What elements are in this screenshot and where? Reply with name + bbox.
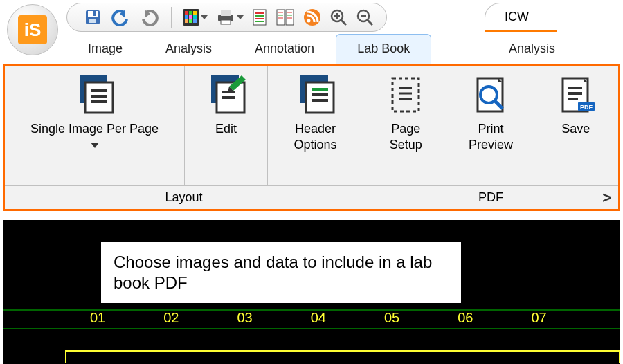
svg-rect-18 [221,20,231,24]
button-label: Page Setup [390,121,422,152]
document-icon[interactable] [252,8,267,26]
lane-label: 07 [532,310,547,326]
save-pdf-button[interactable]: PDF Save [533,66,618,185]
group-label-pdf: PDF > [363,185,618,209]
header-options-button[interactable]: Header Options [268,66,363,185]
single-image-per-page-button[interactable]: Single Image Per Page [5,66,185,185]
svg-point-33 [307,19,311,23]
svg-rect-8 [189,11,192,15]
button-label: Single Image Per Page [30,121,159,137]
zoom-out-icon[interactable] [356,8,374,26]
svg-line-35 [341,20,346,25]
tab-lab-book[interactable]: Lab Book [336,34,431,64]
tab-image[interactable]: Image [66,34,144,64]
svg-rect-14 [189,19,192,23]
svg-rect-15 [193,19,197,23]
selection-bracket [65,350,620,363]
chevron-down-icon [91,143,99,148]
lane-label: 03 [237,310,253,326]
group-label-layout: Layout [5,185,363,209]
title-label: ICW [505,10,529,24]
button-label: Header Options [294,121,336,152]
svg-rect-12 [193,15,197,19]
lane-label: 05 [384,310,399,326]
button-label: Print Preview [469,121,513,152]
svg-line-39 [368,20,372,25]
svg-rect-17 [221,10,231,16]
svg-rect-24 [277,10,285,25]
app-logo: iS [18,15,47,44]
svg-rect-11 [189,15,192,19]
separator [171,7,172,28]
ribbon-tabs: Image Analysis Annotation Lab Book [66,33,431,64]
lane-label: 04 [311,310,326,326]
svg-rect-7 [185,11,188,15]
color-grid-icon[interactable] [183,9,208,26]
app-menu-button[interactable]: iS [7,4,58,55]
quick-access-toolbar [66,3,387,32]
save-icon[interactable] [84,8,102,26]
print-preview-button[interactable]: Print Preview [449,66,534,185]
redo-icon[interactable] [139,8,160,26]
print-icon[interactable] [216,9,244,26]
svg-rect-13 [185,19,188,23]
title-tab[interactable]: ICW [485,3,557,32]
button-label: Edit [215,121,237,137]
svg-text:PDF: PDF [580,104,593,111]
svg-rect-1 [88,11,98,17]
chevron-down-icon [201,15,208,19]
svg-rect-19 [253,10,266,25]
svg-rect-10 [185,15,188,19]
lane-labels: 01 02 03 04 05 06 07 [0,310,623,326]
svg-rect-57 [392,78,419,111]
svg-rect-53 [306,82,334,113]
lane-label: 02 [163,310,179,326]
multi-document-icon[interactable] [276,8,295,26]
edit-button[interactable]: Edit [185,66,268,185]
tab-analysis[interactable]: Analysis [144,34,233,64]
track-line [3,328,620,329]
svg-rect-25 [286,10,294,25]
ribbon-highlight: Single Image Per Page Edit Header Option… [3,64,620,211]
rss-icon[interactable] [303,8,321,26]
lane-label: 06 [458,310,473,326]
page-setup-button[interactable]: Page Setup [363,66,449,185]
zoom-in-icon[interactable] [329,8,347,26]
tab-analysis-contextual[interactable]: Analysis [485,34,579,64]
group-launcher-icon[interactable]: > [602,189,611,207]
svg-rect-3 [93,11,96,16]
svg-rect-2 [89,19,96,23]
lane-label: 01 [90,310,105,326]
tab-annotation[interactable]: Annotation [233,34,336,64]
button-label: Save [561,121,590,137]
chevron-down-icon [237,15,244,19]
contextual-tabs: Analysis [485,33,579,64]
annotation-callout: Choose images and data to include in a l… [101,242,461,303]
svg-rect-9 [193,11,197,15]
undo-icon[interactable] [110,8,131,26]
